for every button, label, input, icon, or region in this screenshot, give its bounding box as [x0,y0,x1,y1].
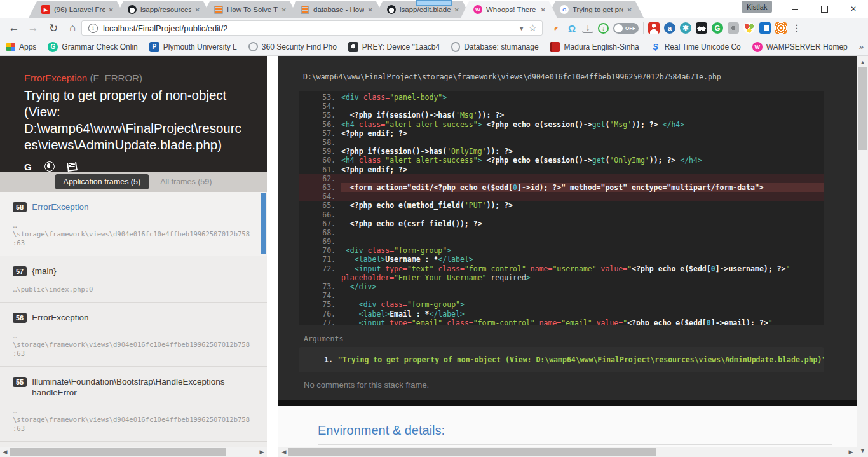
gear-icon[interactable]: ✱ [680,22,691,34]
headphones-icon[interactable]: Ω [566,22,578,34]
kebab-menu-icon[interactable]: ⋮ [791,22,803,34]
off-toggle[interactable]: OFF [613,23,639,34]
address-bar[interactable]: i localhost/FinalProject/public/edit/2 ▼… [81,20,543,36]
close-button[interactable]: ✕ [839,0,868,18]
frame-file-line: … [13,221,250,229]
scrollbar-thumb[interactable] [288,448,656,456]
forward-button[interactable]: → [24,20,42,36]
tab-close-icon[interactable]: ✕ [195,6,200,13]
person-red-icon[interactable] [648,22,660,34]
stackoverflow-search-icon[interactable] [67,163,77,171]
restore-button[interactable] [810,0,839,18]
tab-close-icon[interactable]: ✕ [109,6,114,13]
letter-a-icon[interactable]: a [664,22,675,34]
code-text: </div> [341,282,824,291]
page-vertical-scrollbar[interactable]: ▲ ▼ [857,56,868,457]
tab-item[interactable]: lsapp/resources/vi✕ [115,1,212,18]
scroll-down-icon[interactable]: ▼ [857,446,868,456]
browser-window: ▶(96) Laravel From S✕lsapp/resources/vi✕… [0,0,868,457]
stack-frame[interactable]: 55Illuminate\Foundation\Bootstrap\Handle… [0,367,267,442]
bookmark-item[interactable]: 360 Security Find Pho [248,42,337,51]
reload-button[interactable]: ↻ [44,20,62,36]
code-line: 67. <?php echo e(csrf_field()); ?> [299,219,824,228]
hexagon-eye-icon[interactable] [728,22,739,34]
stack-frame[interactable]: 56ErrorException…\storage\framework\view… [0,303,267,367]
profile-badge[interactable]: Kistlak [742,1,772,13]
tab-close-icon[interactable]: ✕ [368,6,373,13]
download-circle-icon[interactable]: ↓ [598,23,609,34]
whoops-sidebar: ErrorException (E_ERROR) Trying to get p… [0,56,267,457]
scroll-left-icon[interactable]: ◀ [0,447,10,457]
bookmarks-overflow-chevron-icon[interactable]: » [859,42,864,51]
duckduckgo-search-icon[interactable] [44,161,55,172]
code-text: placeholder="Enter Your Username" requir… [341,273,824,282]
bookmark-star-icon[interactable]: ☆ [529,22,537,34]
stack-frame[interactable]: 54Illuminate\Foundation\Http\Kernel hand… [0,442,267,447]
tab-youtube-icon: ▶ [41,5,50,14]
back-button[interactable]: ← [5,20,23,36]
code-text [341,291,824,300]
tab-application-frames[interactable]: Application frames (5) [55,174,149,189]
scrollbar-thumb[interactable] [858,67,867,150]
bookmark-item[interactable]: Madura English-Sinha [550,42,639,52]
google-search-icon[interactable]: G [24,161,32,172]
url-text[interactable]: localhost/FinalProject/public/edit/2 [103,24,515,33]
scroll-up-icon[interactable]: ▲ [857,57,868,67]
code-line: 62. [299,174,824,183]
download-tray-icon[interactable]: ↓ [582,23,593,33]
line-number: 53. [299,93,341,102]
frame-head: 57{main} [13,266,250,276]
exception-message: Trying to get property of non-object (Vi… [24,87,245,153]
tab-active[interactable]: WWhoops! There wa✕ [461,1,557,18]
line-number: 71. [299,255,341,264]
frame-comments: No comments for this stack frame. [304,380,429,390]
code-line: 76. <label>Email : *</label> [299,310,824,318]
scroll-right-icon[interactable]: ▶ [846,447,856,457]
bookmark-item[interactable]: PREY: Device "1aacb4 [348,42,440,52]
bookmark-item[interactable]: ŞReal Time Unicode Co [651,42,741,52]
browser-toolbar: ← → ↻ ⌂ i localhost/FinalProject/public/… [0,18,868,38]
tab-strip: ▶(96) Laravel From S✕lsapp/resources/vi✕… [29,1,634,18]
url-dropdown-icon[interactable]: ▼ [519,25,525,32]
home-button[interactable]: ⌂ [64,20,81,36]
code-line: 55. <?php if(session()->has('Msg')): ?> [299,111,824,119]
minimize-button[interactable] [780,0,810,18]
stack-frame[interactable]: 57{main}…\public\index.php:0 [0,256,267,303]
scroll-right-icon[interactable]: ▶ [257,447,267,457]
bookmark-item[interactable]: GGrammar Check Onlin [48,42,137,52]
tab-item[interactable]: GTrying to get prop✕ [547,1,644,18]
tab-close-icon[interactable]: ✕ [541,6,546,13]
blue-square-icon[interactable] [759,22,771,34]
page-content: ErrorException (E_ERROR) Trying to get p… [0,56,868,457]
frame-file-line: \storage\framework\views\d904e016fc10e4f… [13,415,250,424]
page-info-icon[interactable]: i [88,24,98,33]
pacman-icon[interactable]: ◖ [548,20,564,36]
stack-frame[interactable]: 58ErrorException…\storage\framework\view… [0,192,267,256]
grammarly-icon[interactable]: G [712,22,723,34]
tab-loading-artifact [416,0,452,6]
frame-title: Illuminate\Foundation\Bootstrap\HandleEx… [32,376,248,398]
target-icon[interactable] [775,22,787,34]
tab-close-icon[interactable]: ✕ [454,6,459,13]
whoops-main-panel: D:\wamp64\www\FinalProject\storage\frame… [278,56,857,457]
code-viewer[interactable]: 53.<div class="panel-body">54.55. <?php … [299,91,824,325]
main-horizontal-scrollbar[interactable]: ◀ ▶ [278,447,857,457]
bookmark-label: Grammar Check Onlin [62,43,137,51]
extensions-row: ◖Ω↓↓OFFa✱G⋮ [550,20,803,36]
toolbar-divider [643,22,644,34]
color-dots-icon[interactable] [743,22,755,34]
tab-item[interactable]: database - How To✕ [288,1,384,18]
tab-item[interactable]: ▶(96) Laravel From S✕ [29,1,125,18]
bookmark-apps[interactable]: Apps [6,43,36,51]
bookmark-item[interactable]: WWAMPSERVER Homep [752,42,848,52]
tab-all-frames[interactable]: All frames (59) [160,177,212,186]
line-number: 60. [299,156,341,165]
bookmark-item[interactable]: PPlymouth University L [149,42,237,52]
tab-close-icon[interactable]: ✕ [627,6,632,13]
sidebar-horizontal-scrollbar[interactable]: ◀ ▶ [0,447,267,457]
scrollbar-thumb[interactable] [10,448,226,456]
eyes-box-icon[interactable] [696,22,707,34]
bookmark-item[interactable]: Database: stumanage [451,42,538,52]
tab-close-icon[interactable]: ✕ [281,6,287,13]
tab-item[interactable]: How To Solve This✕ [201,1,298,18]
